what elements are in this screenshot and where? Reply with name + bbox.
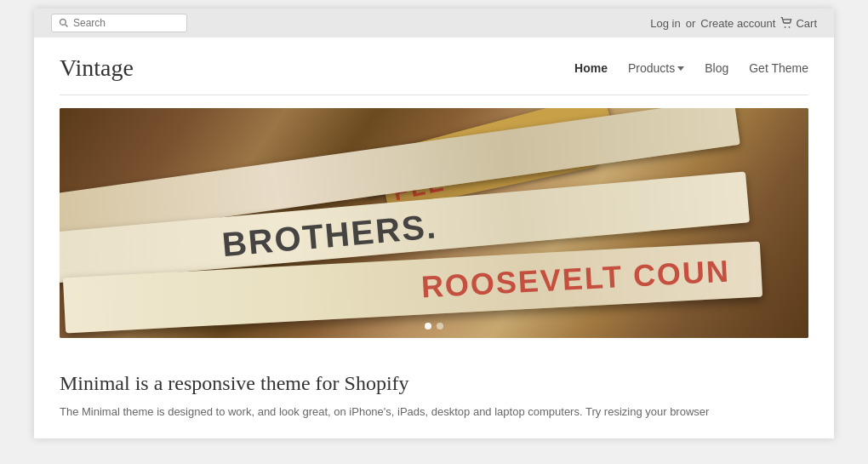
- content-section: Minimal is a responsive theme for Shopif…: [34, 351, 834, 438]
- hero-section: FLE BROTHERS. ROOSEVELT COUN: [60, 108, 808, 338]
- nav-blog[interactable]: Blog: [705, 61, 728, 75]
- slider-dot-1[interactable]: [425, 323, 431, 329]
- cart-link[interactable]: Cart: [780, 17, 817, 30]
- nav-home[interactable]: Home: [574, 61, 608, 75]
- hero-text-brothers: BROTHERS.: [220, 207, 439, 264]
- site-header: Vintage Home Products Blog Get Theme: [34, 37, 834, 95]
- main-nav: Home Products Blog Get Theme: [574, 61, 808, 75]
- or-separator: or: [686, 17, 696, 30]
- search-input[interactable]: [73, 17, 180, 29]
- top-bar: Log in or Create account Cart: [34, 9, 834, 37]
- header-divider: [60, 95, 808, 95]
- cart-icon: [780, 17, 792, 29]
- page-wrapper: Log in or Create account Cart Vintage Ho…: [34, 9, 834, 438]
- svg-line-1: [66, 25, 68, 27]
- create-account-link[interactable]: Create account: [700, 17, 775, 30]
- site-title: Vintage: [60, 54, 134, 82]
- svg-point-0: [60, 20, 66, 26]
- hero-text-roosevelt: ROOSEVELT COUN: [420, 253, 731, 305]
- svg-point-3: [789, 26, 791, 28]
- content-description: The Minimal theme is designed to work, a…: [60, 404, 808, 421]
- search-box[interactable]: [51, 14, 187, 32]
- content-title: Minimal is a responsive theme for Shopif…: [60, 372, 808, 395]
- hero-background: FLE BROTHERS. ROOSEVELT COUN: [60, 108, 808, 338]
- slider-dots: [425, 323, 443, 329]
- slider-dot-2[interactable]: [437, 323, 443, 329]
- nav-get-theme[interactable]: Get Theme: [749, 61, 808, 75]
- nav-products[interactable]: Products: [628, 61, 684, 75]
- login-link[interactable]: Log in: [650, 17, 680, 30]
- hero-image: FLE BROTHERS. ROOSEVELT COUN: [60, 108, 808, 338]
- cart-label: Cart: [796, 17, 817, 30]
- top-bar-right: Log in or Create account Cart: [650, 17, 817, 30]
- search-icon: [59, 18, 69, 28]
- chevron-down-icon: [677, 66, 684, 71]
- svg-point-2: [785, 26, 786, 28]
